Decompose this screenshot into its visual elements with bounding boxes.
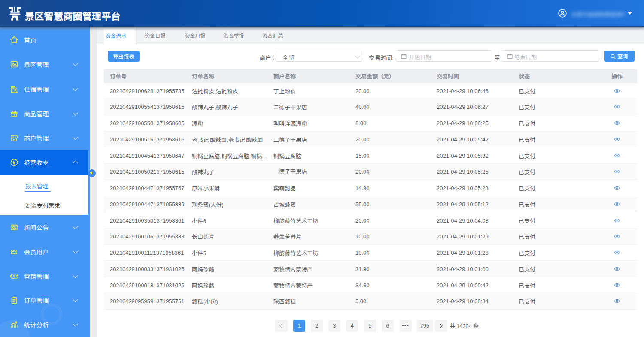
svg-text:NEWS: NEWS — [12, 225, 18, 227]
